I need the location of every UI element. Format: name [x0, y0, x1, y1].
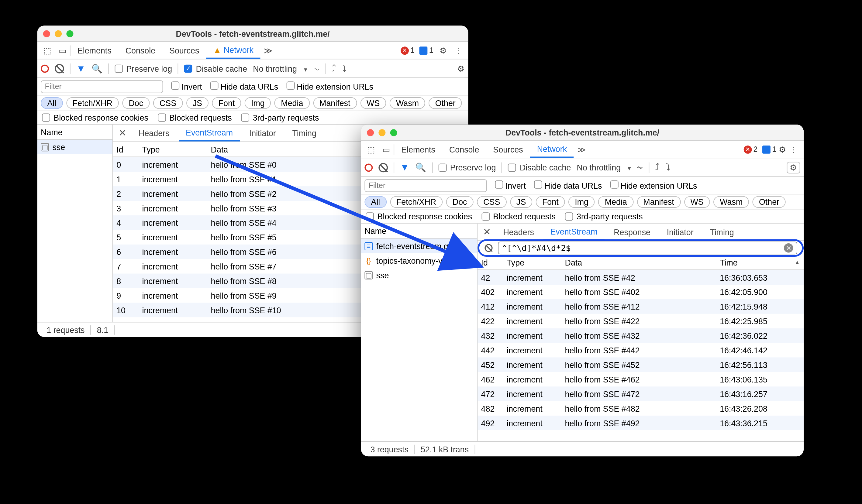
- network-settings-icon[interactable]: ⚙: [787, 162, 800, 173]
- request-row[interactable]: ▢sse: [37, 140, 113, 154]
- blocked-cookies-checkbox[interactable]: Blocked response cookies: [42, 113, 148, 122]
- name-column-header[interactable]: Name: [37, 124, 113, 140]
- settings-icon[interactable]: ⚙: [435, 43, 451, 58]
- regex-filter-input[interactable]: [502, 243, 781, 253]
- event-row[interactable]: 432incrementhello from SSE #43216:42:36.…: [478, 328, 804, 343]
- error-count-badge[interactable]: ✕2: [743, 145, 757, 154]
- chip-media[interactable]: Media: [274, 97, 310, 109]
- zoom-window-button[interactable]: [66, 30, 73, 37]
- more-tabs-icon[interactable]: ≫: [261, 43, 276, 58]
- preserve-log-checkbox[interactable]: Preserve log: [438, 163, 496, 172]
- request-row[interactable]: ≡fetch-eventstream.gli…: [361, 239, 477, 253]
- col-data[interactable]: Data: [561, 255, 716, 269]
- hide-data-urls-checkbox[interactable]: Hide data URLs: [210, 81, 278, 91]
- record-button[interactable]: [41, 64, 49, 72]
- hide-extension-urls-checkbox[interactable]: Hide extension URLs: [610, 181, 697, 190]
- chip-css[interactable]: CSS: [153, 97, 183, 109]
- error-count-badge[interactable]: ✕1: [400, 46, 414, 55]
- disable-cache-checkbox[interactable]: ✓Disable cache: [184, 64, 247, 73]
- inspect-element-icon[interactable]: ⬚: [364, 142, 379, 157]
- info-count-badge[interactable]: 1: [762, 145, 776, 154]
- invert-checkbox[interactable]: Invert: [495, 181, 526, 190]
- chip-img[interactable]: Img: [569, 196, 595, 208]
- tab-timing[interactable]: Timing: [703, 224, 741, 241]
- close-window-button[interactable]: [43, 30, 50, 37]
- throttling-select[interactable]: No throttling: [253, 64, 307, 73]
- filter-input[interactable]: [41, 80, 163, 93]
- hide-data-urls-checkbox[interactable]: Hide data URLs: [534, 181, 602, 190]
- chip-css[interactable]: CSS: [477, 196, 506, 208]
- event-row[interactable]: 442incrementhello from SSE #44216:42:46.…: [478, 343, 804, 358]
- device-mode-icon[interactable]: ▭: [55, 43, 70, 58]
- event-row[interactable]: 42incrementhello from SSE #4216:36:03.65…: [478, 270, 804, 285]
- chip-all[interactable]: All: [364, 196, 386, 208]
- minimize-window-button[interactable]: [55, 30, 62, 37]
- close-detail-button[interactable]: ✕: [115, 128, 129, 138]
- throttling-select[interactable]: No throttling: [577, 163, 631, 172]
- chip-js[interactable]: JS: [510, 196, 532, 208]
- chip-doc[interactable]: Doc: [122, 97, 149, 109]
- chip-other[interactable]: Other: [429, 97, 462, 109]
- chip-font[interactable]: Font: [536, 196, 565, 208]
- search-icon[interactable]: 🔍: [415, 162, 426, 173]
- col-type[interactable]: Type: [139, 142, 207, 157]
- tab-console[interactable]: Console: [442, 141, 486, 158]
- chip-wasm[interactable]: Wasm: [390, 97, 425, 109]
- blocked-requests-checkbox[interactable]: Blocked requests: [482, 212, 556, 221]
- chip-fetchxhr[interactable]: Fetch/XHR: [66, 97, 119, 109]
- tab-eventstream[interactable]: EventStream: [179, 124, 240, 142]
- chip-doc[interactable]: Doc: [446, 196, 473, 208]
- info-count-badge[interactable]: 1: [419, 46, 433, 55]
- network-conditions-icon[interactable]: ⏦: [637, 162, 643, 173]
- event-row[interactable]: 492incrementhello from SSE #49216:43:36.…: [478, 415, 804, 430]
- close-window-button[interactable]: [367, 129, 374, 136]
- tab-timing[interactable]: Timing: [285, 124, 323, 142]
- inspect-element-icon[interactable]: ⬚: [40, 43, 55, 58]
- record-button[interactable]: [364, 163, 373, 171]
- chip-fetchxhr[interactable]: Fetch/XHR: [390, 196, 443, 208]
- search-icon[interactable]: 🔍: [91, 63, 102, 74]
- tab-elements[interactable]: Elements: [70, 42, 119, 59]
- chip-manifest[interactable]: Manifest: [637, 196, 681, 208]
- tab-initiator[interactable]: Initiator: [242, 124, 283, 142]
- clear-button[interactable]: [55, 64, 64, 73]
- chip-wasm[interactable]: Wasm: [713, 196, 749, 208]
- settings-icon[interactable]: ⚙: [779, 145, 786, 154]
- event-row[interactable]: 422incrementhello from SSE #42216:42:25.…: [478, 314, 804, 328]
- more-tabs-icon[interactable]: ≫: [574, 142, 589, 157]
- minimize-window-button[interactable]: [378, 129, 386, 136]
- filter-input[interactable]: [364, 179, 487, 192]
- tab-sources[interactable]: Sources: [162, 42, 206, 59]
- chip-other[interactable]: Other: [753, 196, 786, 208]
- name-column-header[interactable]: Name: [361, 224, 477, 239]
- event-row[interactable]: 402incrementhello from SSE #40216:42:05.…: [478, 285, 804, 299]
- kebab-menu-icon[interactable]: ⋮: [451, 43, 466, 58]
- tab-initiator[interactable]: Initiator: [660, 224, 701, 241]
- tab-network[interactable]: ▲Network: [206, 42, 261, 59]
- chip-manifest[interactable]: Manifest: [313, 97, 357, 109]
- blocked-cookies-checkbox[interactable]: Blocked response cookies: [366, 212, 472, 221]
- clear-button[interactable]: [378, 163, 388, 172]
- import-har-icon[interactable]: ⤵: [342, 63, 346, 74]
- network-settings-icon[interactable]: ⚙: [457, 64, 465, 73]
- device-mode-icon[interactable]: ▭: [378, 142, 394, 157]
- clear-filter-icon[interactable]: ✕: [784, 243, 793, 253]
- preserve-log-checkbox[interactable]: Preserve log: [115, 64, 172, 73]
- chip-all[interactable]: All: [41, 97, 63, 109]
- kebab-menu-icon[interactable]: ⋮: [786, 142, 801, 157]
- clear-events-button[interactable]: [484, 244, 492, 252]
- event-row[interactable]: 412incrementhello from SSE #41216:42:15.…: [478, 299, 804, 314]
- chip-media[interactable]: Media: [599, 196, 634, 208]
- col-id[interactable]: Id: [478, 255, 503, 269]
- thirdparty-checkbox[interactable]: 3rd-party requests: [565, 212, 643, 221]
- filter-toggle-icon[interactable]: ▼: [400, 162, 409, 173]
- export-har-icon[interactable]: ⤴: [331, 63, 336, 74]
- request-row[interactable]: {}topics-taxonomy-v1.j…: [361, 253, 477, 268]
- zoom-window-button[interactable]: [390, 129, 397, 136]
- event-row[interactable]: 462incrementhello from SSE #46216:43:06.…: [478, 372, 804, 386]
- tab-console[interactable]: Console: [119, 42, 162, 59]
- filter-toggle-icon[interactable]: ▼: [76, 63, 86, 74]
- request-row[interactable]: ▢sse: [361, 268, 477, 282]
- chip-ws[interactable]: WS: [360, 97, 386, 109]
- tab-eventstream[interactable]: EventStream: [543, 224, 604, 241]
